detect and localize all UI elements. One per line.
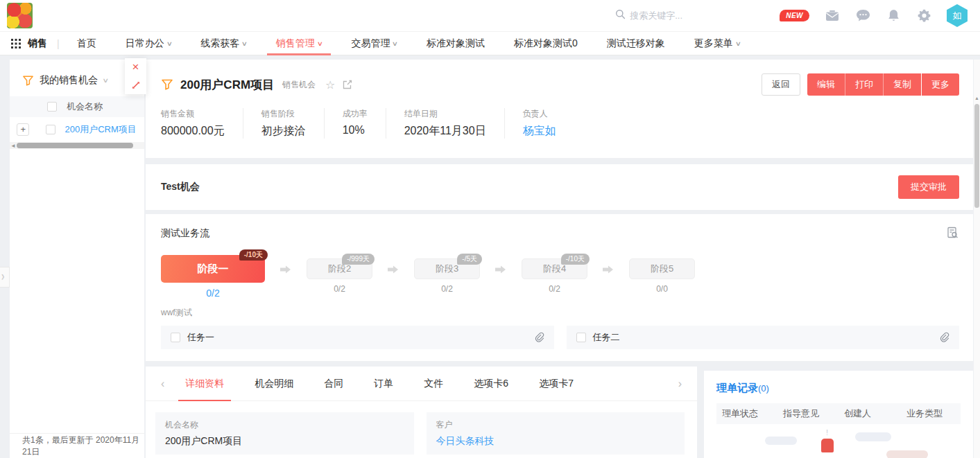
detail-main: 200用户CRM项目 销售机会 ☆ 返回 编辑 打印 复制 更多 <box>146 60 973 458</box>
stage-task-count: 0/2 <box>334 284 345 294</box>
chat-icon[interactable] <box>855 8 870 24</box>
search-input[interactable] <box>630 10 755 21</box>
nav-item-standard-object-test0[interactable]: 标准对象测试0 <box>499 32 592 55</box>
paperclip-icon[interactable] <box>533 332 544 343</box>
flow-arrow-icon <box>280 265 291 277</box>
floating-window-controls: × <box>125 58 146 94</box>
task-item-2: 任务二 <box>567 326 960 349</box>
account-link[interactable]: 今日头条科技 <box>436 435 676 448</box>
flow-arrow-icon <box>603 265 614 277</box>
horizontal-scroll-thumb[interactable] <box>17 143 133 148</box>
row-checkbox[interactable] <box>46 125 55 134</box>
opportunity-list-panel: 我的销售机会 ∨ 机会名称 + 200用户CRM项目 ◄ 共1条，最后更新于 2… <box>10 60 144 458</box>
workflow-note: wwf测试 <box>161 307 959 319</box>
stage-4: 阶段4 -/10天 0/2 <box>522 255 587 294</box>
copy-button[interactable]: 复制 <box>883 73 921 96</box>
new-badge[interactable]: NEW <box>780 10 809 21</box>
more-button[interactable]: 更多 <box>921 73 959 96</box>
stage-3-pill[interactable]: 阶段3 -/5天 <box>414 258 480 279</box>
apps-grid-icon[interactable] <box>11 39 21 49</box>
stage-1-pill[interactable]: 阶段一 -/10天 <box>161 255 265 283</box>
global-search[interactable] <box>615 9 764 22</box>
cloud-shape <box>855 432 891 441</box>
nav-divider: | <box>57 38 60 49</box>
stage-5-pill[interactable]: 阶段5 <box>629 258 695 279</box>
nav-item-more-menu[interactable]: 更多菜单∨ <box>680 32 755 55</box>
tab-option-6[interactable]: 选项卡6 <box>467 367 515 401</box>
submit-approval-button[interactable]: 提交审批 <box>898 175 959 199</box>
empty-state-illustration: ! <box>716 427 961 458</box>
stage-task-count: 0/2 <box>441 284 453 294</box>
nav-item-migration-test[interactable]: 测试迁移对象 <box>592 32 680 55</box>
paperclip-icon[interactable] <box>938 332 949 343</box>
tab-order[interactable]: 订单 <box>367 367 400 401</box>
tab-files[interactable]: 文件 <box>417 367 450 401</box>
mail-icon[interactable] <box>825 8 840 24</box>
field-sales-stage: 销售阶段 初步接洽 <box>261 108 325 139</box>
tabs-bar: ‹ 详细资料 机会明细 合同 订单 文件 选项卡6 选项卡7 › <box>146 367 697 401</box>
tab-detail-info[interactable]: 详细资料 <box>178 367 231 401</box>
nav-item-lead-acquisition[interactable]: 线索获客∨ <box>186 32 261 55</box>
tab-opportunity-lines[interactable]: 机会明细 <box>248 367 300 401</box>
stage-4-pill[interactable]: 阶段4 -/10天 <box>522 258 587 279</box>
horizontal-scrollbar[interactable]: ◄ <box>10 142 144 149</box>
select-all-checkbox[interactable] <box>47 102 57 112</box>
detail-header-card: 200用户CRM项目 销售机会 ☆ 返回 编辑 打印 复制 更多 <box>146 60 973 158</box>
log-search-icon[interactable] <box>946 227 959 240</box>
gear-icon[interactable] <box>916 8 931 24</box>
chevron-down-icon[interactable]: ∨ <box>102 77 109 84</box>
tab-option-7[interactable]: 选项卡7 <box>532 367 581 401</box>
field-sales-amount: 销售金额 800000.00元 <box>161 108 243 139</box>
stage-5: 阶段5 0/0 <box>629 255 695 294</box>
field-owner: 负责人 杨宝如 <box>523 108 574 139</box>
task-label: 任务二 <box>593 331 620 344</box>
task-checkbox[interactable] <box>576 333 586 342</box>
edit-button[interactable]: 编辑 <box>807 73 845 96</box>
nav-item-standard-object-test[interactable]: 标准对象测试 <box>412 32 499 55</box>
owner-link[interactable]: 杨宝如 <box>523 124 556 139</box>
workflow-title: 测试业务流 <box>161 227 209 240</box>
record-table-header: 理单状态 指导意见 创建人 业务类型 <box>716 403 961 424</box>
stage-task-count: 0/2 <box>549 284 560 294</box>
main-nav: 销售 | 首页 日常办公∨ 线索获客∨ 销售管理∨ 交易管理∨ 标准对象测试 标… <box>0 32 980 55</box>
nav-item-home[interactable]: 首页 <box>62 32 111 55</box>
nav-item-sales-management[interactable]: 销售管理∨ <box>261 32 337 55</box>
task-label: 任务一 <box>187 331 214 344</box>
vertical-scroll-thumb[interactable] <box>974 104 979 208</box>
panel-collapse-handle[interactable]: 》 <box>0 267 10 288</box>
workflow-card: 测试业务流 阶段一 -/10天 0/2 阶段2 -/999天 <box>146 214 973 361</box>
record-count: (0) <box>758 383 769 394</box>
back-button[interactable]: 返回 <box>762 73 800 96</box>
close-icon[interactable]: × <box>125 58 146 76</box>
expand-resize-icon[interactable] <box>125 76 146 94</box>
scroll-up-arrow[interactable]: ▲ <box>974 96 980 100</box>
vertical-scrollbar[interactable]: ▲ <box>974 60 980 458</box>
bell-icon[interactable] <box>886 8 901 24</box>
chevron-down-icon: ∨ <box>317 40 323 47</box>
nav-item-trade-management[interactable]: 交易管理∨ <box>336 32 412 55</box>
app-name: 销售 <box>28 37 47 50</box>
scroll-left-arrow[interactable]: ◄ <box>10 143 17 149</box>
stage-duration-badge: -/10天 <box>561 254 590 265</box>
record-title: 200用户CRM项目 <box>180 77 274 93</box>
cloud-shape <box>765 437 797 445</box>
tab-contract[interactable]: 合同 <box>317 367 350 401</box>
row-expand-button[interactable]: + <box>17 123 29 136</box>
star-favorite-icon[interactable]: ☆ <box>325 78 335 91</box>
avatar[interactable]: 如 <box>947 4 968 27</box>
funnel-icon <box>22 75 34 87</box>
task-item-1: 任务一 <box>161 326 554 349</box>
list-view-title[interactable]: 我的销售机会 <box>40 74 98 87</box>
share-icon[interactable] <box>342 80 352 90</box>
tabs-prev-arrow[interactable]: ‹ <box>155 378 170 390</box>
workflow-stages: 阶段一 -/10天 0/2 阶段2 -/999天 0/2 阶段3 <box>161 255 959 299</box>
task-checkbox[interactable] <box>171 333 180 342</box>
stage-2-pill[interactable]: 阶段2 -/999天 <box>307 258 372 279</box>
opportunity-link[interactable]: 200用户CRM项目 <box>65 123 144 136</box>
search-icon <box>615 9 626 22</box>
nav-item-daily-office[interactable]: 日常办公∨ <box>111 32 187 55</box>
print-button[interactable]: 打印 <box>845 73 883 96</box>
chevron-down-icon: ∨ <box>392 40 398 47</box>
topbar: NEW 如 <box>0 0 980 32</box>
tabs-next-arrow[interactable]: › <box>673 378 687 390</box>
